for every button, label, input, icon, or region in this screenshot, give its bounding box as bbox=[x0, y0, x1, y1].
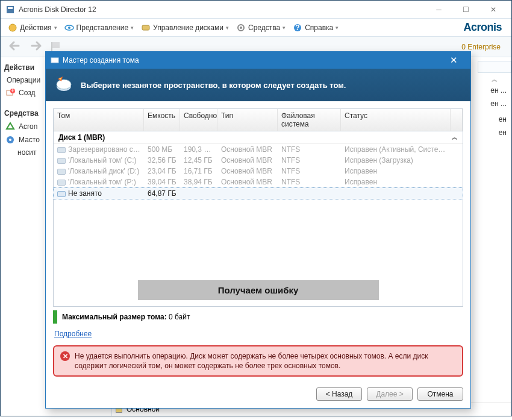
svg-point-7 bbox=[240, 27, 242, 29]
svg-text:?: ? bbox=[296, 24, 300, 32]
undo-icon[interactable] bbox=[8, 40, 22, 54]
svg-text:+: + bbox=[10, 88, 14, 95]
volume-table: ТомЕмкостьСвободно ТипФайловая системаСт… bbox=[53, 108, 463, 307]
create-icon: + bbox=[5, 88, 15, 98]
close-button[interactable]: ✕ bbox=[479, 1, 507, 18]
menu-view[interactable]: Представление▾ bbox=[61, 20, 138, 35]
svg-point-2 bbox=[9, 24, 16, 31]
table-row: 'Локальный том' (C:)32,56 ГБ12,45 ГБОсно… bbox=[54, 155, 463, 166]
right-fragment: ︽ ен ... ен ... ен ен bbox=[478, 57, 511, 143]
table-row: 'Локальный диск' (D:)23,04 ГБ16,71 ГБОсн… bbox=[54, 166, 463, 177]
svg-rect-11 bbox=[51, 42, 52, 52]
menu-actions[interactable]: Действия▾ bbox=[4, 20, 61, 35]
menu-tools[interactable]: Средства▾ bbox=[233, 20, 289, 35]
collapse-icon[interactable]: ︽ bbox=[452, 133, 458, 142]
disk-icon bbox=[54, 75, 73, 95]
svg-rect-10 bbox=[51, 42, 60, 48]
dialog-titlebar: Мастер создания тома ✕ bbox=[46, 52, 470, 69]
green-bar-icon bbox=[53, 310, 57, 324]
error-box: ✕ Не удается выполнить операцию. Диск мо… bbox=[53, 345, 463, 377]
table-group[interactable]: Диск 1 (MBR)︽ bbox=[54, 131, 463, 144]
dialog-icon bbox=[51, 56, 59, 64]
svg-point-16 bbox=[9, 139, 11, 141]
cancel-button[interactable]: Отмена bbox=[417, 387, 463, 401]
table-row: Зарезервировано сис...500 МБ190,3 МБОсно… bbox=[54, 144, 463, 155]
svg-point-19 bbox=[57, 80, 71, 89]
error-icon: ✕ bbox=[60, 351, 70, 361]
minimize-button[interactable]: ─ bbox=[425, 1, 452, 18]
details-link[interactable]: Подробнее bbox=[54, 330, 92, 338]
svg-rect-0 bbox=[7, 6, 14, 13]
max-size-info: Максимальный размер тома: 0 байт bbox=[53, 310, 463, 324]
brand-logo: Acronis bbox=[463, 21, 508, 34]
dialog-close-button[interactable]: ✕ bbox=[442, 55, 466, 66]
toolbar-right-text: 0 Enterprise bbox=[461, 43, 501, 51]
table-header: ТомЕмкостьСвободно ТипФайловая системаСт… bbox=[54, 109, 463, 131]
redo-icon[interactable] bbox=[28, 40, 43, 54]
svg-rect-1 bbox=[8, 7, 13, 9]
menubar: Действия▾ Представление▾ Управление диск… bbox=[1, 19, 511, 37]
svg-point-4 bbox=[68, 27, 70, 29]
error-banner: Получаем ошибку bbox=[138, 280, 379, 300]
window-title: Acronis Disk Director 12 bbox=[19, 5, 425, 14]
media-icon bbox=[5, 135, 15, 145]
maximize-button[interactable]: ☐ bbox=[452, 1, 479, 18]
app-icon bbox=[5, 5, 15, 14]
back-button[interactable]: < Назад bbox=[316, 387, 362, 401]
next-button: Далее > bbox=[367, 387, 413, 401]
dialog-title: Мастер создания тома bbox=[63, 56, 139, 64]
menu-disk-mgmt[interactable]: Управление дисками▾ bbox=[137, 20, 233, 35]
svg-rect-17 bbox=[51, 58, 58, 63]
table-row: 'Локальный том' (P:)39,04 ГБ38,94 ГБОсно… bbox=[54, 177, 463, 187]
recycle-icon bbox=[5, 122, 15, 131]
error-text: Не удается выполнить операцию. Диск може… bbox=[75, 351, 456, 371]
dialog-create-volume: Мастер создания тома ✕ Выберите незанято… bbox=[45, 51, 471, 409]
titlebar: Acronis Disk Director 12 ─ ☐ ✕ bbox=[1, 1, 511, 19]
dialog-header: Выберите незанятое пространство, в котор… bbox=[46, 69, 470, 101]
dialog-heading: Выберите незанятое пространство, в котор… bbox=[81, 81, 346, 90]
table-row-selected[interactable]: Не занято64,87 ГБ bbox=[53, 187, 463, 199]
menu-help[interactable]: ?Справка▾ bbox=[289, 20, 342, 35]
svg-rect-5 bbox=[142, 25, 149, 30]
